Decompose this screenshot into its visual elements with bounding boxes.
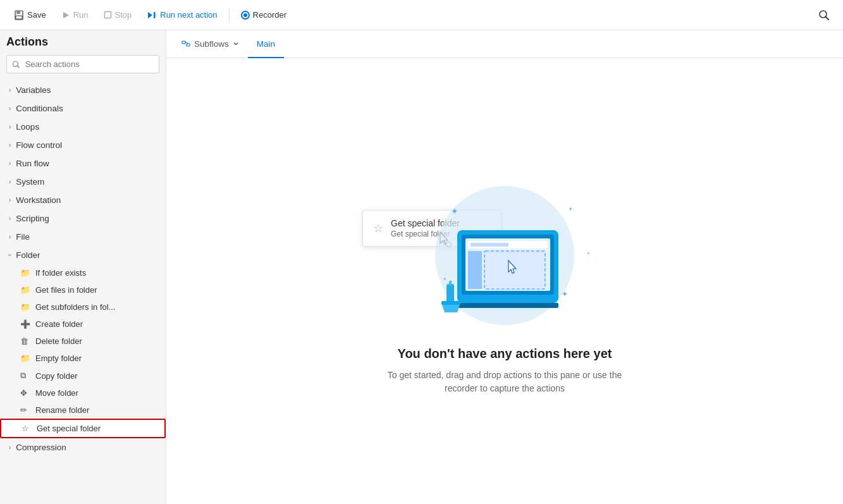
category-label: Scripting: [16, 214, 49, 223]
search-input[interactable]: [25, 59, 154, 69]
item-label: Rename folder: [35, 405, 89, 415]
svg-rect-1: [16, 11, 20, 14]
item-label: Copy folder: [35, 371, 77, 381]
category-label: Folder: [16, 250, 40, 260]
toolbar: Save Run Stop Run next action Recorder: [0, 0, 843, 30]
svg-rect-6: [154, 12, 156, 18]
subflows-chevron-icon: [233, 40, 239, 47]
chevron-icon: ›: [9, 178, 11, 185]
search-button[interactable]: [813, 4, 835, 27]
sidebar-title: Actions: [0, 30, 166, 55]
chevron-icon: ›: [9, 142, 11, 149]
item-label: Get special folder: [37, 424, 101, 433]
recorder-icon: [241, 11, 250, 20]
category-label: File: [16, 232, 30, 242]
svg-text:✦: ✦: [443, 276, 447, 282]
sidebar-item-scripting[interactable]: › Scripting: [0, 209, 166, 228]
sidebar-item-flow-control[interactable]: › Flow control: [0, 136, 166, 154]
svg-rect-29: [449, 281, 452, 286]
category-label: Run flow: [16, 159, 49, 168]
category-label: Loops: [16, 122, 39, 132]
run-next-action-button[interactable]: Run next action: [140, 7, 223, 23]
sidebar-subitem-get-subfolders[interactable]: 📁 Get subfolders in fol...: [0, 298, 166, 316]
category-label: Workstation: [16, 195, 61, 205]
run-next-label: Run next action: [160, 10, 217, 20]
folder-icon: 📁: [20, 353, 30, 363]
sidebar-subitem-rename-folder[interactable]: ✏ Rename folder: [0, 402, 166, 419]
svg-rect-12: [187, 44, 190, 46]
svg-rect-24: [471, 243, 508, 247]
subflows-icon: [182, 39, 190, 48]
sidebar-item-run-flow[interactable]: › Run flow: [0, 154, 166, 173]
run-next-icon: [147, 11, 157, 20]
svg-rect-30: [441, 301, 460, 305]
sidebar-item-variables[interactable]: › Variables: [0, 81, 166, 99]
svg-rect-2: [16, 16, 22, 19]
empty-state-title: You don't have any actions here yet: [398, 347, 612, 361]
svg-rect-26: [484, 251, 545, 289]
sidebar-subitem-if-folder-exists[interactable]: 📁 If folder exists: [0, 264, 166, 281]
rename-icon: ✏: [20, 405, 30, 415]
delete-icon: 🗑: [20, 336, 30, 346]
sidebar-subitem-move-folder[interactable]: ✥ Move folder: [0, 384, 166, 402]
sidebar-item-loops[interactable]: › Loops: [0, 118, 166, 136]
empty-illustration: ✦ ✦ ✦ ✦ ✦: [410, 180, 600, 331]
chevron-icon: ›: [9, 197, 11, 204]
item-label: Move folder: [35, 388, 78, 398]
chevron-icon: ›: [9, 87, 11, 94]
sidebar-item-compression[interactable]: › Compression: [0, 438, 166, 457]
item-label: If folder exists: [35, 268, 86, 278]
tabs-bar: Subflows Main: [166, 30, 843, 58]
svg-rect-27: [457, 303, 558, 308]
item-label: Get subfolders in fol...: [35, 302, 115, 312]
tab-main[interactable]: Main: [248, 30, 284, 58]
main-layout: Actions › Variables › Conditionals › Lo: [0, 30, 843, 504]
svg-rect-11: [182, 41, 185, 44]
sidebar-subitem-delete-folder[interactable]: 🗑 Delete folder: [0, 333, 166, 350]
sidebar-subitem-create-folder[interactable]: ➕ Create folder: [0, 316, 166, 333]
sidebar-item-conditionals[interactable]: › Conditionals: [0, 99, 166, 118]
search-box-icon: [12, 60, 20, 69]
move-icon: ✥: [20, 388, 30, 398]
run-icon: [61, 11, 70, 20]
empty-state: ✦ ✦ ✦ ✦ ✦: [385, 180, 625, 395]
folder-icon: 📁: [20, 302, 30, 312]
copy-icon: ⧉: [20, 371, 30, 381]
sidebar-item-file[interactable]: › File: [0, 228, 166, 246]
content-area: Subflows Main ☆ Get special folder Get s…: [166, 30, 843, 504]
chevron-icon: ›: [9, 215, 11, 222]
svg-rect-4: [104, 12, 111, 18]
chevron-icon: ›: [9, 233, 11, 240]
search-icon: [818, 9, 830, 21]
tab-subflows[interactable]: Subflows: [173, 30, 248, 58]
star-icon: ☆: [22, 424, 32, 433]
item-label: Get files in folder: [35, 285, 97, 295]
save-label: Save: [27, 10, 46, 20]
drop-area: ☆ Get special folder Get special folder: [166, 58, 843, 504]
save-button[interactable]: Save: [8, 7, 52, 23]
run-button[interactable]: Run: [55, 7, 95, 23]
category-label: System: [16, 177, 44, 187]
category-label: Flow control: [16, 140, 62, 150]
add-icon: ➕: [20, 319, 30, 329]
sidebar-item-folder[interactable]: › Folder: [0, 246, 166, 264]
category-label: Variables: [16, 85, 51, 95]
stop-button[interactable]: Stop: [97, 7, 138, 23]
sidebar-subitem-empty-folder[interactable]: 📁 Empty folder: [0, 350, 166, 367]
sidebar-subitem-copy-folder[interactable]: ⧉ Copy folder: [0, 367, 166, 384]
svg-marker-5: [148, 12, 152, 18]
sidebar-item-workstation[interactable]: › Workstation: [0, 191, 166, 209]
sidebar-item-system[interactable]: › System: [0, 173, 166, 191]
svg-text:✦: ✦: [568, 206, 573, 212]
svg-text:✦: ✦: [562, 290, 568, 298]
sidebar-subitem-get-files-in-folder[interactable]: 📁 Get files in folder: [0, 281, 166, 298]
chevron-icon: ›: [9, 105, 11, 112]
recorder-button[interactable]: Recorder: [235, 7, 293, 23]
sidebar: Actions › Variables › Conditionals › Lo: [0, 30, 166, 504]
subflows-label: Subflows: [194, 39, 229, 49]
illustration: ✦ ✦ ✦ ✦ ✦: [410, 180, 600, 331]
sidebar-subitem-get-special-folder[interactable]: ☆ Get special folder: [0, 419, 166, 438]
sidebar-list: › Variables › Conditionals › Loops › Flo…: [0, 78, 166, 504]
toolbar-divider: [229, 8, 230, 23]
stop-label: Stop: [115, 10, 132, 20]
